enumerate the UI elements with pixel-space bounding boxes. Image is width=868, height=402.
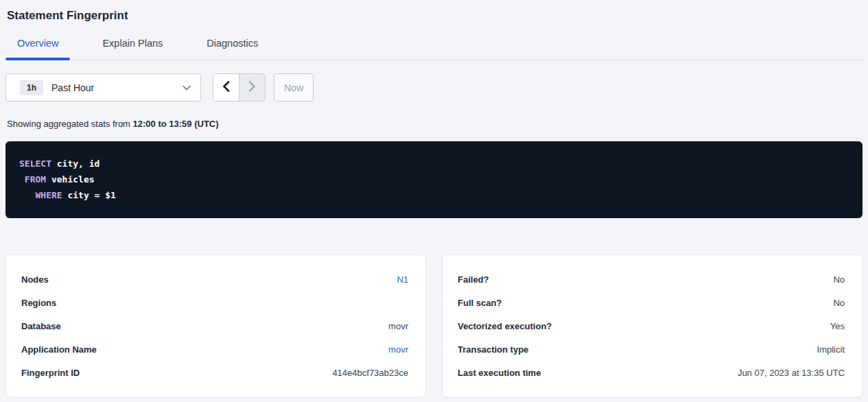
now-button[interactable]: Now	[274, 73, 314, 102]
time-nav-group	[213, 73, 266, 102]
row-label: Vectorized execution?	[458, 321, 552, 331]
tab-explain-plans[interactable]: Explain Plans	[91, 36, 174, 60]
card-row-database: Database movr	[21, 314, 408, 338]
sql-code: city, id	[51, 158, 99, 169]
row-label: Database	[21, 321, 61, 331]
summary-cards: Nodes N1 Regions Database movr Applicati…	[5, 255, 863, 397]
tab-overview[interactable]: Overview	[5, 36, 70, 60]
row-label: Fingerprint ID	[21, 368, 80, 378]
time-range-label: Past Hour	[51, 82, 94, 93]
chevron-right-icon	[248, 81, 256, 95]
card-row-last-execution-time: Last execution time Jun 07, 2023 at 13:3…	[458, 361, 845, 384]
statement-fingerprint-page: Statement Fingerprint Overview Explain P…	[0, 0, 868, 397]
row-label: Failed?	[458, 274, 489, 285]
sql-line: FROM vehicles	[19, 172, 849, 187]
row-label: Full scan?	[458, 298, 502, 308]
next-interval-button[interactable]	[239, 74, 265, 101]
stats-range: 12:00 to 13:59 (UTC)	[133, 119, 219, 129]
tab-diagnostics[interactable]: Diagnostics	[195, 36, 270, 60]
chevron-down-icon	[183, 85, 191, 91]
sql-code: vehicles	[46, 174, 94, 185]
sql-indent	[19, 190, 35, 200]
sql-statement-box: SELECT city, id FROM vehicles WHERE city…	[5, 141, 863, 218]
aggregated-stats-line: Showing aggregated stats from 12:00 to 1…	[5, 119, 863, 129]
sql-keyword: SELECT	[19, 158, 51, 169]
tab-bar: Overview Explain Plans Diagnostics	[5, 36, 863, 60]
row-value: movr	[388, 321, 408, 331]
row-value: No	[833, 298, 845, 308]
row-value: Jun 07, 2023 at 13:35 UTC	[738, 368, 845, 378]
card-row-full-scan: Full scan? No	[458, 291, 845, 314]
card-row-vectorized: Vectorized execution? Yes	[458, 314, 845, 338]
row-value: Implicit	[817, 344, 845, 355]
row-value: Yes	[830, 321, 845, 331]
card-row-failed: Failed? No	[458, 268, 845, 291]
duration-badge: 1h	[20, 80, 43, 95]
application-name-link[interactable]: movr	[388, 344, 408, 355]
stats-prefix: Showing aggregated stats from	[7, 119, 133, 129]
time-range-dropdown[interactable]: 1h Past Hour	[5, 73, 201, 102]
row-value: No	[833, 274, 845, 285]
execution-attributes-card: Failed? No Full scan? No Vectorized exec…	[442, 255, 863, 397]
sql-line: SELECT city, id	[19, 156, 849, 172]
card-row-transaction-type: Transaction type Implicit	[458, 338, 845, 361]
statement-details-card: Nodes N1 Regions Database movr Applicati…	[5, 255, 426, 397]
row-value: 414e4bcf73ab23ce	[332, 368, 408, 378]
card-row-regions: Regions	[21, 291, 408, 314]
card-row-application-name: Application Name movr	[21, 338, 408, 361]
chevron-left-icon	[222, 81, 230, 95]
card-row-fingerprint-id: Fingerprint ID 414e4bcf73ab23ce	[21, 361, 408, 384]
sql-indent	[19, 174, 25, 185]
sql-code: city = $1	[62, 190, 116, 200]
nodes-link[interactable]: N1	[397, 274, 408, 285]
sql-line: WHERE city = $1	[19, 187, 849, 203]
card-row-nodes: Nodes N1	[21, 268, 408, 291]
time-toolbar: 1h Past Hour Now	[5, 73, 863, 102]
sql-keyword: FROM	[25, 174, 46, 185]
row-label: Transaction type	[458, 344, 528, 355]
sql-keyword: WHERE	[35, 190, 62, 200]
row-label: Regions	[21, 298, 56, 308]
row-label: Application Name	[21, 344, 97, 355]
page-title: Statement Fingerprint	[5, 0, 863, 23]
row-label: Last execution time	[458, 368, 541, 378]
previous-interval-button[interactable]	[213, 74, 239, 101]
row-label: Nodes	[21, 274, 49, 285]
